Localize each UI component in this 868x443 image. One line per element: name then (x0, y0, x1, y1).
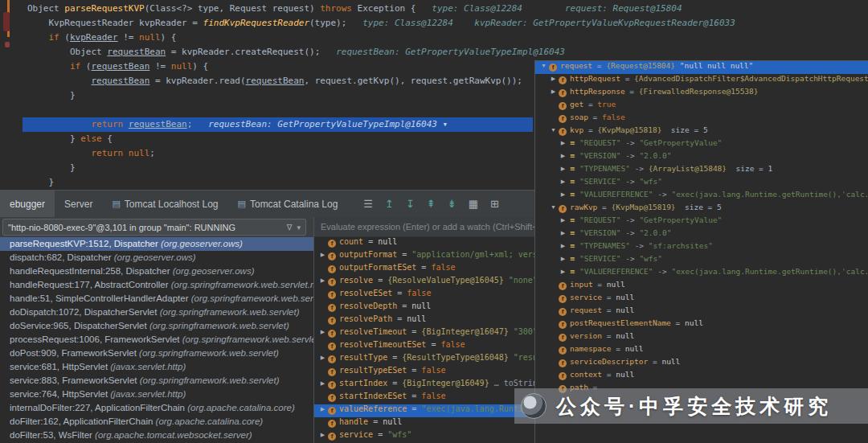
variable-row[interactable]: ▶fhttpResponse = {FirewalledResponse@155… (535, 87, 868, 100)
variable-row[interactable]: ▶≡"VERSION" -> "2.0.0" (535, 228, 868, 241)
tab-tomcat-catalina-log[interactable]: ▤Tomcat Catalina Log (228, 191, 348, 217)
expand-icon[interactable]: ▶ (549, 76, 558, 82)
stack-frame[interactable]: dispatch:682, Dispatcher (org.geoserver.… (0, 251, 313, 265)
tab-tomcat-localhost-log[interactable]: ▤Tomcat Localhost Log (102, 191, 227, 217)
variable-row[interactable]: foutputFormatESet = false (314, 263, 534, 276)
variable-row[interactable]: fresolveESet = false (314, 289, 534, 301)
grid-icon[interactable]: ▦ (469, 198, 478, 210)
breakpoint-marker[interactable] (3, 12, 10, 31)
variable-row[interactable]: ▶≡"SERVICE" -> "wfs" (535, 254, 868, 267)
tab-server[interactable]: Server (55, 191, 102, 217)
stack-frame[interactable]: service:764, HttpServlet (javax.servlet.… (0, 388, 313, 401)
token: -> (620, 151, 639, 160)
variable-row[interactable]: ▶≡"SERVICE" -> "wfs" (535, 177, 868, 190)
token: request (560, 61, 592, 70)
layout-settings-icon[interactable]: ⊞ (490, 198, 499, 210)
expand-icon[interactable]: ▶ (318, 329, 327, 335)
stack-frame[interactable]: service:681, HttpServlet (javax.servlet.… (0, 360, 313, 374)
token: (Class<?> type, Request request) (145, 3, 321, 14)
evaluate-input[interactable]: Evaluate expression (Enter) or add a wat… (314, 217, 534, 237)
filter-icon[interactable]: ∇ (287, 223, 293, 232)
variable-row[interactable]: ▼fkvp = {KvpMap@15818} size = 5 (535, 125, 868, 138)
stack-frame[interactable]: processRequest:1006, FrameworkServlet (o… (0, 333, 313, 347)
tab-ebugger[interactable]: ebugger (0, 191, 55, 217)
stack-frame[interactable]: handleRequestInternal:258, Dispatcher (o… (0, 265, 313, 278)
expand-icon[interactable]: ▶ (559, 217, 567, 224)
variable-row[interactable]: ▶fstartIndex = {BigInteger@16049} … toSt… (314, 379, 534, 392)
variable-row[interactable]: fserviceDescriptor = null (535, 357, 868, 370)
download-icon[interactable]: ↧ (406, 198, 415, 210)
variable-row[interactable]: fresolveDepth = null (314, 301, 534, 314)
collapse-icon[interactable]: ▼ (539, 63, 548, 68)
variable-row[interactable]: fresultTypeESet = false (314, 366, 534, 379)
variable-row[interactable]: fnamespace = null (535, 344, 868, 357)
token: httpRequest (570, 74, 620, 83)
expand-icon[interactable]: ▶ (559, 269, 567, 275)
variable-row[interactable]: ▶fresultType = {ResultTypeType@16048} "r… (314, 353, 534, 366)
expand-icon[interactable]: ▶ (559, 153, 567, 159)
step-out-icon[interactable]: ⇞ (427, 198, 436, 210)
variable-row[interactable]: ▶≡"VALUEREFERENCE" -> "exec(java.lang.Ru… (535, 190, 868, 203)
variable-row[interactable]: ▶≡"VERSION" -> "2.0.0" (535, 151, 868, 164)
expand-icon[interactable]: ▶ (318, 406, 327, 412)
expand-icon[interactable]: ▶ (559, 230, 567, 236)
variable-row[interactable]: fget = true (535, 100, 868, 113)
stack-frame[interactable]: doFilter:162, ApplicationFilterChain (or… (0, 415, 313, 429)
variable-row[interactable]: ▶foutputFormat = "application/gml+xml; v… (314, 250, 534, 263)
variable-row[interactable]: fresolvePath = null (314, 314, 534, 327)
expand-icon[interactable]: ▶ (318, 277, 327, 284)
upload-icon[interactable]: ↥ (385, 198, 394, 210)
step-into-icon[interactable]: ⇟ (448, 198, 457, 210)
stack-frame[interactable]: handleRequest:177, AbstractController (o… (0, 278, 313, 292)
variable-row[interactable]: ▶fresolve = {ResolveValueType@16045} "no… (314, 276, 534, 289)
variable-row[interactable]: ▶≡"VALUEREFERENCE" -> "exec(java.lang.Ru… (535, 267, 868, 280)
expand-icon[interactable]: ▶ (318, 252, 327, 258)
collapse-icon[interactable]: ▼ (549, 127, 558, 133)
expand-icon[interactable]: ▶ (559, 191, 567, 198)
chevron-down-icon[interactable]: ▾ (297, 224, 301, 232)
variable-row[interactable]: ▶fhttpRequest = {AdvancedDispatchFilter$… (535, 74, 868, 87)
stack-frame[interactable]: internalDoFilter:227, ApplicationFilterC… (0, 401, 313, 415)
variable-row[interactable]: fresolveTimeoutESet = false (314, 340, 534, 353)
variable-row[interactable]: ▶≡"TYPENAMES" -> "sf:archsites" (535, 241, 868, 254)
expand-icon[interactable]: ▶ (318, 432, 327, 438)
menu-icon[interactable]: ☰ (363, 198, 373, 210)
variable-row[interactable]: fpostRequestElementName = null (535, 318, 868, 331)
expand-icon[interactable]: ▶ (318, 380, 327, 387)
expand-icon[interactable]: ▶ (559, 243, 567, 249)
stack-frame[interactable]: parseRequestKVP:1512, Dispatcher (org.ge… (0, 237, 313, 251)
variable-row[interactable]: fstartIndexESet = false (314, 392, 534, 404)
expand-icon[interactable]: ▶ (559, 178, 567, 185)
variable-row[interactable]: ▶fservice = "wfs" (314, 430, 534, 443)
stack-frame[interactable]: service:883, FrameworkServlet (org.sprin… (0, 374, 313, 388)
stack-frame[interactable]: doFilter:53, WsFilter (org.apache.tomcat… (0, 429, 313, 442)
variable-row[interactable]: fhandle = null (314, 417, 534, 430)
expand-icon[interactable]: ▶ (559, 256, 567, 262)
stack-frame[interactable]: handle:51, SimpleControllerHandlerAdapte… (0, 292, 313, 306)
collapse-icon[interactable]: ▼ (549, 204, 558, 210)
variable-row[interactable]: ▶≡"REQUEST" -> "GetPropertyValue" (535, 215, 868, 228)
expand-icon[interactable]: ▶ (549, 88, 558, 95)
variable-row[interactable]: fcount = null (314, 237, 534, 250)
token: } (27, 90, 76, 100)
variable-row[interactable]: ▶fvalueReference = "exec(java.lang.Runti… (314, 404, 534, 417)
expand-icon[interactable]: ▶ (559, 166, 567, 172)
variable-row[interactable]: ▶≡"TYPENAMES" -> {ArrayList@15848} size … (535, 164, 868, 177)
variable-row[interactable]: fversion = null (535, 331, 868, 344)
expand-icon[interactable]: ▶ (559, 140, 567, 146)
expand-icon[interactable]: ▶ (318, 355, 327, 361)
variable-row[interactable]: ▼frequest = {Request@15804} "null null n… (535, 61, 868, 74)
thread-selector[interactable]: "http-nio-8080-exec-9"@3,101 in group "m… (2, 219, 306, 236)
stack-frame[interactable]: doDispatch:1072, DispatcherServlet (org.… (0, 306, 313, 319)
variable-row[interactable]: fcontext = null (535, 370, 868, 383)
variable-row[interactable]: frequest = null (535, 306, 868, 318)
breakpoint-marker[interactable] (5, 42, 10, 47)
variable-row[interactable]: finput = null (535, 280, 868, 293)
variable-row[interactable]: fservice = null (535, 293, 868, 306)
stack-frame[interactable]: doService:965, DispatcherServlet (org.sp… (0, 319, 313, 333)
variable-row[interactable]: ▶fresolveTimeout = {BigInteger@16047} "3… (314, 327, 534, 340)
stack-frame[interactable]: doPost:909, FrameworkServlet (org.spring… (0, 347, 313, 360)
variable-row[interactable]: fsoap = false (535, 113, 868, 125)
variable-row[interactable]: ▶≡"REQUEST" -> "GetPropertyValue" (535, 138, 868, 151)
variable-row[interactable]: ▼frawKvp = {KvpMap@15819} size = 5 (535, 203, 868, 215)
